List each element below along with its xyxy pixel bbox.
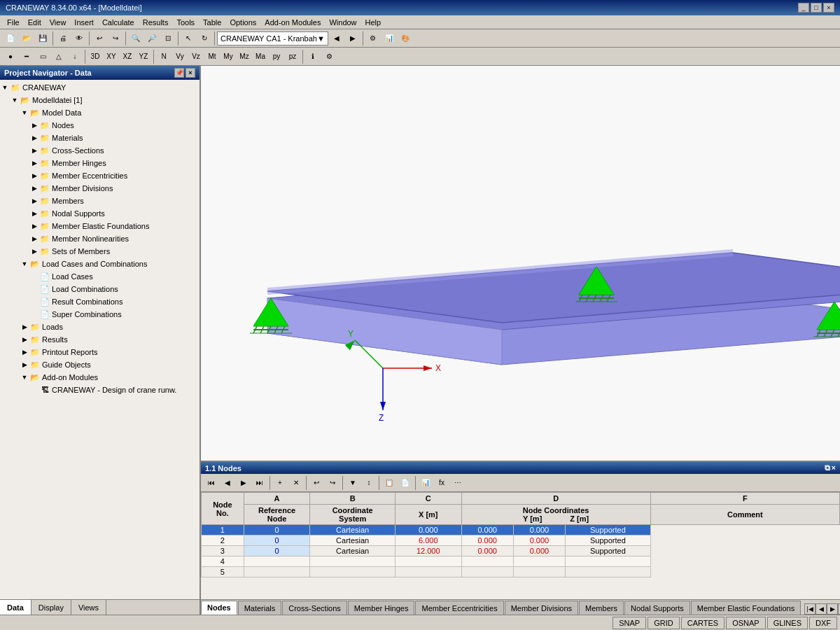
table-row[interactable]: 5	[202, 567, 840, 578]
table-row[interactable]: 4	[202, 556, 840, 567]
cell-col-e[interactable]: 0.000	[513, 525, 565, 536]
tb-surface[interactable]: ▭	[35, 49, 50, 64]
cell-col-b[interactable]: Cartesian	[310, 546, 396, 556]
tb-redo[interactable]: ↪	[108, 31, 123, 46]
status-snap[interactable]: SNAP	[612, 617, 646, 629]
tree-node-craneway[interactable]: ▼📁CRANEWAY	[0, 81, 200, 94]
tab-member-divisions[interactable]: Member Divisions	[505, 601, 578, 615]
pt-sort[interactable]: ↕	[361, 475, 377, 491]
tree-expander-modelldatei[interactable]: ▼	[10, 95, 20, 105]
table-row[interactable]: 20Cartesian6.0000.0000.000Supported	[202, 536, 840, 546]
cell-col-f[interactable]: Supported	[566, 536, 651, 546]
cell-col-d[interactable]	[461, 556, 513, 567]
status-osnap[interactable]: OSNAP	[726, 617, 766, 629]
pt-redo[interactable]: ↪	[325, 475, 340, 491]
tree-expander-member-elastic[interactable]: ▶	[29, 221, 39, 231]
tree-expander-super-combinations[interactable]	[29, 309, 39, 319]
menu-view[interactable]: View	[46, 17, 71, 28]
tab-member-eccentricities[interactable]: Member Eccentricities	[415, 601, 503, 615]
menu-table[interactable]: Table	[199, 17, 225, 28]
status-cartes[interactable]: CARTES	[681, 617, 724, 629]
tree-expander-member-hinges[interactable]: ▶	[29, 158, 39, 168]
tb-display-ma[interactable]: Ma	[253, 49, 268, 64]
cell-col-c[interactable]: 0.000	[395, 525, 461, 536]
cell-col-b[interactable]: Cartesian	[310, 536, 396, 546]
tb-display-vy[interactable]: Vy	[172, 49, 188, 64]
tree-node-super-combinations[interactable]: 📄Super Combinations	[0, 308, 200, 321]
tree-expander-craneway-design[interactable]	[29, 385, 39, 395]
tb-view-3d[interactable]: 3D	[88, 49, 103, 64]
tab-member-hinges[interactable]: Member Hinges	[348, 601, 415, 615]
cell-col-d[interactable]: 0.000	[461, 536, 513, 546]
tb-display-my[interactable]: My	[220, 49, 236, 64]
tb-display-mt[interactable]: Mt	[204, 49, 220, 64]
menu-options[interactable]: Options	[225, 17, 260, 28]
tb-info[interactable]: ℹ	[305, 49, 321, 64]
tab-nodal-supports[interactable]: Nodal Supports	[624, 601, 690, 615]
cell-col-a[interactable]: 0	[244, 536, 310, 546]
dropdown-ca[interactable]: CRANEWAY CA1 - Kranbah ▼	[217, 31, 328, 46]
tree-node-results[interactable]: ▶📁Results	[0, 333, 200, 346]
tree-expander-cross-sections[interactable]: ▶	[29, 146, 39, 155]
tree-node-nodal-supports[interactable]: ▶📁Nodal Supports	[0, 207, 200, 220]
tree-node-modelldatei[interactable]: ▼📂Modelldatei [1]	[0, 94, 200, 106]
tab-member-elastic-foundations[interactable]: Member Elastic Foundations	[691, 601, 801, 615]
pt-add[interactable]: +	[272, 475, 288, 491]
tb-next-ca[interactable]: ▶	[345, 31, 360, 46]
viewport[interactable]: Y X Z	[201, 66, 840, 461]
nav-tab-data[interactable]: Data	[0, 600, 31, 615]
menu-results[interactable]: Results	[139, 17, 173, 28]
tab-nav-next[interactable]: ▶	[827, 603, 838, 615]
tb-save[interactable]: 💾	[35, 31, 50, 46]
menu-file[interactable]: File	[3, 17, 24, 28]
tree-expander-nodal-supports[interactable]: ▶	[29, 209, 39, 218]
tree-node-materials[interactable]: ▶📁Materials	[0, 132, 200, 144]
cell-col-f[interactable]: Supported	[566, 525, 651, 536]
tree-node-load-cases[interactable]: 📄Load Cases	[0, 270, 200, 283]
tb-member[interactable]: ━	[19, 49, 34, 64]
tree-expander-model-data[interactable]: ▼	[20, 108, 29, 118]
tree-expander-load-cases-comb[interactable]: ▼	[20, 259, 29, 269]
pt-next[interactable]: ▶	[236, 475, 251, 491]
pt-first[interactable]: ⏮	[204, 475, 219, 491]
menu-window[interactable]: Window	[325, 17, 360, 28]
tb-display-mz[interactable]: Mz	[237, 49, 252, 64]
pt-formula[interactable]: fx	[434, 475, 449, 491]
tree-expander-load-combinations[interactable]	[29, 284, 39, 294]
tb-zoom-fit[interactable]: ⊡	[160, 31, 176, 46]
cell-col-a[interactable]	[244, 556, 310, 567]
tb-preview[interactable]: 👁	[71, 31, 87, 46]
cell-col-b[interactable]: Cartesian	[310, 525, 396, 536]
tab-nav-prev[interactable]: ◀	[816, 603, 827, 615]
pt-paste[interactable]: 📄	[398, 475, 413, 491]
tb-zoom-out[interactable]: 🔎	[144, 31, 160, 46]
tree-expander-nodes[interactable]: ▶	[29, 120, 39, 130]
tb-render[interactable]: 🎨	[398, 31, 413, 46]
tree-expander-member-divisions[interactable]: ▶	[29, 183, 39, 193]
tree-node-result-combinations[interactable]: 📄Result Combinations	[0, 295, 200, 308]
tree-expander-loads[interactable]: ▶	[20, 322, 29, 332]
cell-col-b[interactable]	[310, 567, 396, 578]
tree-expander-sets-of-members[interactable]: ▶	[29, 246, 39, 256]
tb-zoom-in[interactable]: 🔍	[128, 31, 144, 46]
status-glines[interactable]: GLINES	[767, 617, 808, 629]
tab-cross-sections[interactable]: Cross-Sections	[282, 601, 347, 615]
tree-expander-guide-objects[interactable]: ▶	[20, 360, 29, 370]
menu-addon[interactable]: Add-on Modules	[260, 17, 325, 28]
cell-col-d[interactable]: 0.000	[461, 546, 513, 556]
pt-delete[interactable]: ✕	[288, 475, 304, 491]
cell-col-d[interactable]	[461, 567, 513, 578]
tree-expander-craneway[interactable]: ▼	[0, 83, 10, 92]
cell-col-c[interactable]	[395, 556, 461, 567]
tb-display-vz[interactable]: Vz	[188, 49, 204, 64]
tree-node-craneway-design[interactable]: 🏗CRANEWAY - Design of crane runw.	[0, 384, 200, 396]
cell-col-e[interactable]: 0.000	[513, 536, 565, 546]
menu-edit[interactable]: Edit	[24, 17, 46, 28]
tb-display-pz[interactable]: pz	[285, 49, 300, 64]
cell-col-d[interactable]: 0.000	[461, 525, 513, 536]
tree-node-load-cases-comb[interactable]: ▼📂Load Cases and Combinations	[0, 258, 200, 270]
nav-tab-views[interactable]: Views	[71, 600, 106, 615]
tree-node-add-on-modules[interactable]: ▼📂Add-on Modules	[0, 371, 200, 384]
nav-pin[interactable]: 📌	[174, 68, 184, 78]
menu-insert[interactable]: Insert	[70, 17, 98, 28]
